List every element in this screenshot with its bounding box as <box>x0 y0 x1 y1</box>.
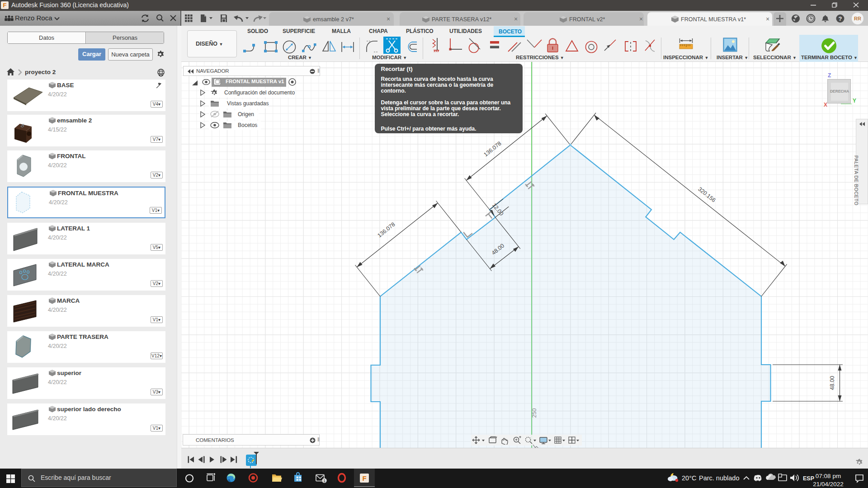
svg-text:136.078: 136.078 <box>376 221 396 239</box>
svg-text:136.078: 136.078 <box>482 140 502 158</box>
svg-text:250: 250 <box>531 408 538 418</box>
svg-text:1: 1 <box>323 479 326 483</box>
svg-text:320.156: 320.156 <box>697 186 717 203</box>
svg-text:RR: RR <box>854 16 861 21</box>
svg-text:48.00: 48.00 <box>829 376 835 390</box>
svg-text:?: ? <box>839 15 842 22</box>
svg-text:07:08 pm: 07:08 pm <box>816 473 841 479</box>
svg-text:Parc. nublado: Parc. nublado <box>699 474 739 482</box>
svg-text:20°C: 20°C <box>682 474 696 482</box>
svg-text:21/04/2022: 21/04/2022 <box>813 481 844 488</box>
svg-text:F: F <box>362 474 366 482</box>
